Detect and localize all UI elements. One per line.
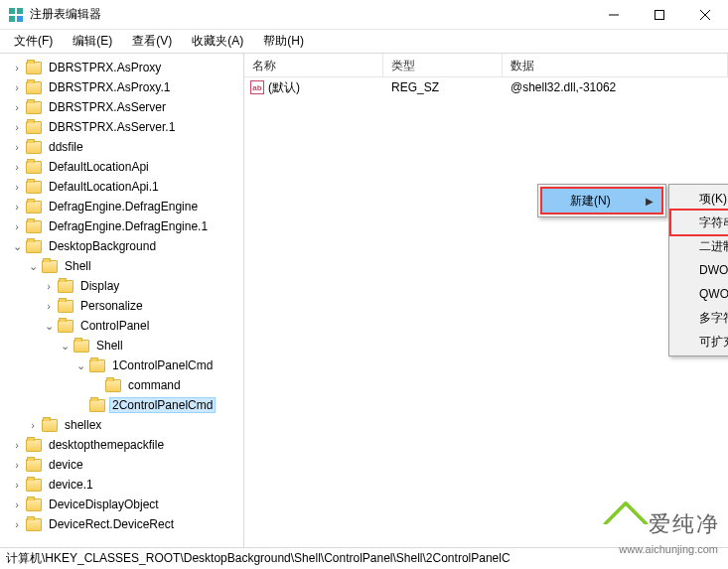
svg-rect-1 — [17, 8, 23, 14]
tree-item-label: DesktopBackground — [46, 238, 159, 254]
context-item-binary-value[interactable]: 二进制值(B) — [671, 234, 728, 258]
tree-pane[interactable]: ›DBRSTPRX.AsProxy›DBRSTPRX.AsProxy.1›DBR… — [0, 54, 244, 547]
tree-item-label: shellex — [62, 417, 104, 433]
context-item-new[interactable]: 新建(N) ▶ — [542, 189, 661, 213]
context-item-key[interactable]: 项(K) — [671, 187, 728, 211]
tree-item[interactable]: ›device — [2, 455, 243, 475]
folder-icon — [58, 280, 73, 293]
tree-item-label: device.1 — [46, 477, 96, 493]
expand-icon[interactable]: › — [10, 201, 24, 213]
minimize-button[interactable] — [591, 0, 637, 29]
context-item-string-value[interactable]: 字符串值(S) — [671, 211, 728, 234]
column-header-data[interactable]: 数据 — [503, 54, 728, 76]
expand-icon[interactable]: › — [10, 81, 24, 93]
tree-item[interactable]: ›Personalize — [2, 296, 243, 316]
folder-icon — [58, 300, 73, 313]
folder-icon — [26, 62, 42, 74]
tree-item[interactable]: ⌄Shell — [2, 336, 243, 356]
tree-item[interactable]: ›ddsfile — [2, 137, 243, 157]
tree-item[interactable]: ›DBRSTPRX.AsProxy — [2, 58, 243, 77]
menu-file[interactable]: 文件(F) — [6, 31, 61, 52]
tree-item-label: Shell — [93, 338, 126, 354]
expand-icon[interactable]: › — [10, 101, 24, 113]
folder-icon — [26, 141, 42, 154]
tree-item[interactable]: ⌄ControlPanel — [2, 316, 243, 336]
tree-item[interactable]: ›DeviceDisplayObject — [2, 495, 243, 514]
folder-icon — [58, 320, 73, 333]
expand-icon[interactable]: › — [10, 479, 24, 491]
tree-item[interactable]: ›Display — [2, 276, 243, 296]
context-item-multistring-value[interactable]: 多字符串值(M) — [671, 306, 728, 330]
expand-icon[interactable]: › — [10, 62, 24, 73]
tree-item[interactable]: command — [2, 375, 243, 395]
tree-item[interactable]: ›DBRSTPRX.AsServer — [2, 97, 243, 117]
expand-icon[interactable]: › — [10, 181, 24, 193]
context-item-qword-value[interactable]: QWORD (64 位)值(Q) — [671, 282, 728, 306]
list-row[interactable]: ab (默认) REG_SZ @shell32.dll,-31062 — [244, 77, 728, 97]
value-name-cell: ab (默认) — [244, 79, 383, 96]
context-item-key-label: 项(K) — [699, 191, 727, 208]
folder-icon — [26, 479, 42, 492]
maximize-button[interactable] — [637, 0, 682, 29]
svg-rect-5 — [655, 10, 664, 19]
list-pane[interactable]: 名称 类型 数据 ab (默认) REG_SZ @shell32.dll,-31… — [244, 54, 728, 547]
context-item-dword-value[interactable]: DWORD (32 位)值(D) — [671, 258, 728, 282]
expand-icon[interactable]: › — [26, 419, 40, 431]
menu-view[interactable]: 查看(V) — [124, 31, 180, 52]
highlight-box-string: 字符串值(S) — [669, 209, 728, 236]
menu-help[interactable]: 帮助(H) — [255, 31, 312, 52]
context-menu-edit: 新建(N) ▶ — [537, 184, 666, 217]
statusbar: 计算机\HKEY_CLASSES_ROOT\DesktopBackground\… — [0, 547, 728, 569]
tree-item[interactable]: ⌄DesktopBackground — [2, 236, 243, 256]
context-item-expandstring-value[interactable]: 可扩充字符串值(E) — [671, 330, 728, 354]
folder-icon — [26, 439, 42, 452]
tree-item-label: DBRSTPRX.AsServer — [46, 99, 169, 115]
tree-item[interactable]: ›DefaultLocationApi.1 — [2, 177, 243, 197]
tree-item[interactable]: ›shellex — [2, 415, 243, 435]
menubar: 文件(F) 编辑(E) 查看(V) 收藏夹(A) 帮助(H) — [0, 30, 728, 54]
tree-item[interactable]: ›DBRSTPRX.AsProxy.1 — [2, 77, 243, 97]
tree-item[interactable]: ›DefragEngine.DefragEngine — [2, 197, 243, 216]
tree-item[interactable]: ›desktopthemepackfile — [2, 435, 243, 455]
close-button[interactable] — [682, 0, 728, 29]
folder-icon — [89, 359, 105, 372]
expand-icon[interactable]: › — [10, 141, 24, 153]
tree-item-label: Shell — [62, 258, 94, 274]
list-header: 名称 类型 数据 — [244, 54, 728, 77]
tree-item-label: DeviceDisplayObject — [46, 497, 162, 512]
expand-icon[interactable]: › — [10, 439, 24, 451]
expand-icon[interactable]: › — [42, 300, 56, 312]
tree-item[interactable]: 2ControlPanelCmd — [2, 395, 243, 415]
value-type: REG_SZ — [383, 80, 503, 94]
tree-item[interactable]: ⌄1ControlPanelCmd — [2, 356, 243, 375]
value-data: @shell32.dll,-31062 — [503, 80, 728, 94]
tree-item[interactable]: ›DeviceRect.DeviceRect — [2, 514, 243, 534]
tree-item[interactable]: ⌄Shell — [2, 256, 243, 276]
tree-item[interactable]: ›DefaultLocationApi — [2, 157, 243, 177]
column-header-type[interactable]: 类型 — [383, 54, 503, 76]
tree-item[interactable]: ›device.1 — [2, 475, 243, 495]
collapse-icon[interactable]: ⌄ — [42, 320, 56, 333]
collapse-icon[interactable]: ⌄ — [58, 340, 72, 353]
expand-icon[interactable]: › — [10, 518, 24, 530]
column-header-name[interactable]: 名称 — [244, 54, 383, 76]
svg-rect-2 — [9, 16, 15, 22]
folder-icon — [26, 181, 42, 194]
collapse-icon[interactable]: ⌄ — [26, 260, 40, 273]
folder-icon — [42, 419, 58, 432]
tree-item[interactable]: ›DefragEngine.DefragEngine.1 — [2, 216, 243, 236]
collapse-icon[interactable]: ⌄ — [10, 240, 24, 253]
svg-rect-3 — [17, 16, 23, 22]
tree-item[interactable]: ›DBRSTPRX.AsServer.1 — [2, 117, 243, 137]
expand-icon[interactable]: › — [10, 161, 24, 173]
expand-icon[interactable]: › — [42, 280, 56, 292]
expand-icon[interactable]: › — [10, 498, 24, 510]
menu-favorites[interactable]: 收藏夹(A) — [184, 31, 251, 52]
expand-icon[interactable]: › — [10, 220, 24, 232]
menu-edit[interactable]: 编辑(E) — [65, 31, 120, 52]
expand-icon[interactable]: › — [10, 459, 24, 471]
tree-item-label: DeviceRect.DeviceRect — [46, 516, 177, 532]
tree-item-label: DefragEngine.DefragEngine.1 — [46, 218, 211, 234]
collapse-icon[interactable]: ⌄ — [73, 359, 87, 372]
expand-icon[interactable]: › — [10, 121, 24, 133]
